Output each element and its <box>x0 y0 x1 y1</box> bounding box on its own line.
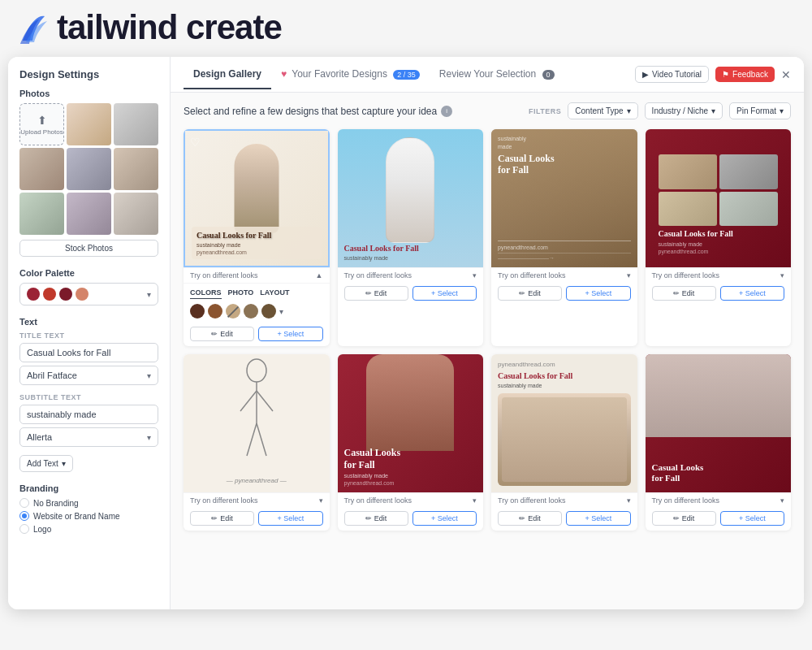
flag-icon: ⚑ <box>722 70 729 79</box>
title-font-dropdown[interactable]: Abril Fatface ▾ <box>19 366 158 385</box>
edit-button-2[interactable]: ✏ Edit <box>344 286 408 301</box>
logo-text: tailwind create <box>57 8 282 47</box>
photo-thumb-3[interactable] <box>19 148 64 190</box>
photo-thumb-7[interactable] <box>67 193 111 235</box>
design-card-8: Casual Looksfor Fall Try on different lo… <box>646 354 792 531</box>
add-text-button[interactable]: Add Text ▾ <box>19 455 73 472</box>
branding-logo-option[interactable]: Logo <box>19 524 158 534</box>
content-type-filter[interactable]: Content Type ▾ <box>568 102 637 119</box>
select-button-8[interactable]: + Select <box>720 511 784 526</box>
tab-review[interactable]: Review Your Selection 0 <box>430 60 564 89</box>
gallery-header: Select and refine a few designs that bes… <box>184 102 791 119</box>
color-option-1[interactable] <box>190 304 205 318</box>
edit-icon-8: ✏ <box>673 514 680 522</box>
stock-photos-button[interactable]: Stock Photos <box>19 240 158 257</box>
feedback-button[interactable]: ⚑ Feedback <box>715 67 775 82</box>
tab-design-gallery[interactable]: Design Gallery <box>184 60 271 89</box>
branding-radio-group: No Branding Website or Brand Name Logo <box>19 498 158 534</box>
title-text-label: TITLE TEXT <box>19 332 158 340</box>
try-different-3[interactable]: Try on different looks ▾ <box>491 267 637 283</box>
sidebar: Design Settings Photos ⬆ Upload Photos <box>8 57 171 609</box>
try-different-5[interactable]: Try on different looks ▾ <box>184 492 330 508</box>
subtitle-text-input[interactable] <box>19 405 158 424</box>
edit-button-8[interactable]: ✏ Edit <box>652 511 716 526</box>
industry-filter[interactable]: Industry / Niche ▾ <box>645 102 723 119</box>
edit-button-1[interactable]: ✏ Edit <box>190 327 254 341</box>
color-option-2[interactable] <box>208 304 222 318</box>
photo-thumb-6[interactable] <box>19 193 64 235</box>
main-content: Design Gallery ♥ Your Favorite Designs 2… <box>171 57 804 609</box>
favorites-badge: 2 / 35 <box>393 70 420 80</box>
select-button-3[interactable]: + Select <box>566 286 630 301</box>
color-option-strikethrough[interactable] <box>226 304 240 318</box>
branding-no-label: No Branding <box>33 499 79 508</box>
try-chevron-1: ▲ <box>316 271 323 280</box>
radio-logo <box>19 524 29 534</box>
edit-icon-6: ✏ <box>365 514 372 522</box>
select-button-2[interactable]: + Select <box>412 286 477 301</box>
select-button-5[interactable]: + Select <box>258 511 322 526</box>
edit-icon-5: ✏ <box>211 514 218 522</box>
photo-thumb-8[interactable] <box>114 193 158 235</box>
design-image-7: pyneandthread.com Casual Looks for Fall … <box>491 354 637 492</box>
btn-row-6: ✏ Edit + Select <box>338 508 484 531</box>
edit-button-4[interactable]: ✏ Edit <box>652 286 716 301</box>
select-button-7[interactable]: + Select <box>566 511 630 526</box>
branding-no-option[interactable]: No Branding <box>19 498 158 508</box>
close-button[interactable]: ✕ <box>781 68 791 81</box>
try-different-4[interactable]: Try on different looks ▾ <box>646 267 792 283</box>
design-card-3: sustainably made Casual Looksfor Fall py… <box>491 129 637 346</box>
subtitle-font-dropdown[interactable]: Allerta ▾ <box>19 427 158 447</box>
layout-tab[interactable]: LAYOUT <box>260 288 289 299</box>
branding-website-option[interactable]: Website or Brand Name <box>19 511 158 521</box>
photo-thumb-5[interactable] <box>114 148 158 190</box>
btn-row-5: ✏ Edit + Select <box>184 508 330 531</box>
color-palette-dropdown[interactable]: ▾ <box>19 283 158 306</box>
select-button-6[interactable]: + Select <box>412 511 477 526</box>
pin-format-filter[interactable]: Pin Format ▾ <box>729 102 791 119</box>
svg-line-2 <box>240 391 257 411</box>
btn-row-1: ✏ Edit + Select <box>184 323 330 346</box>
title-font-chevron: ▾ <box>147 371 151 380</box>
tab-actions: ▶ Video Tutorial ⚑ Feedback ✕ <box>635 66 791 83</box>
design-card-5: — pyneandthread — Try on different looks… <box>184 354 330 531</box>
heart-icon-1[interactable]: ♡ <box>190 136 201 149</box>
video-tutorial-button[interactable]: ▶ Video Tutorial <box>635 66 709 83</box>
try-different-7[interactable]: Try on different looks ▾ <box>491 492 637 508</box>
edit-button-7[interactable]: ✏ Edit <box>498 511 562 526</box>
upload-photos-btn[interactable]: ⬆ Upload Photos <box>19 103 64 145</box>
tab-favorites[interactable]: ♥ Your Favorite Designs 2 / 35 <box>271 60 430 89</box>
photo-thumb-4[interactable] <box>67 148 111 190</box>
swatch-4 <box>76 288 89 301</box>
select-button-1[interactable]: + Select <box>258 327 322 341</box>
select-button-4[interactable]: + Select <box>720 286 784 301</box>
btn-row-4: ✏ Edit + Select <box>646 283 792 306</box>
colors-tab[interactable]: COLORS <box>190 288 222 299</box>
photo-thumb-2[interactable] <box>114 103 158 145</box>
try-different-8[interactable]: Try on different looks ▾ <box>646 492 792 508</box>
play-icon: ▶ <box>642 70 649 79</box>
design-image-6: Casual Looksfor Fall sustainably made py… <box>338 354 484 492</box>
try-chevron-3: ▾ <box>627 271 631 280</box>
color-more[interactable]: ▾ <box>279 307 283 316</box>
color-option-4[interactable] <box>261 304 276 318</box>
color-palette-section: Color Palette ▾ <box>19 268 158 306</box>
color-option-3[interactable] <box>244 304 258 318</box>
edit-button-5[interactable]: ✏ Edit <box>190 511 254 526</box>
try-different-6[interactable]: Try on different looks ▾ <box>338 492 484 508</box>
design-grid-row2: — pyneandthread — Try on different looks… <box>184 354 791 531</box>
subtitle-text-label: SUBTITLE TEXT <box>19 393 158 401</box>
edit-button-3[interactable]: ✏ Edit <box>498 286 562 301</box>
edit-button-6[interactable]: ✏ Edit <box>344 511 408 526</box>
add-text-label: Add Text <box>27 459 58 468</box>
swatch-1 <box>27 288 40 301</box>
try-different-1[interactable]: Try on different looks ▲ <box>184 267 330 283</box>
title-text-input[interactable] <box>19 343 158 362</box>
edit-icon-2: ✏ <box>365 289 372 297</box>
design-image-5: — pyneandthread — <box>184 354 330 492</box>
photo-thumb-1[interactable] <box>67 103 111 145</box>
photo-tab[interactable]: PHOTO <box>228 288 254 299</box>
try-different-2[interactable]: Try on different looks ▾ <box>338 267 484 283</box>
try-chevron-5: ▾ <box>319 496 323 505</box>
design-card-1: ♡ Casual Looks for Fall sustainably made… <box>184 129 330 346</box>
